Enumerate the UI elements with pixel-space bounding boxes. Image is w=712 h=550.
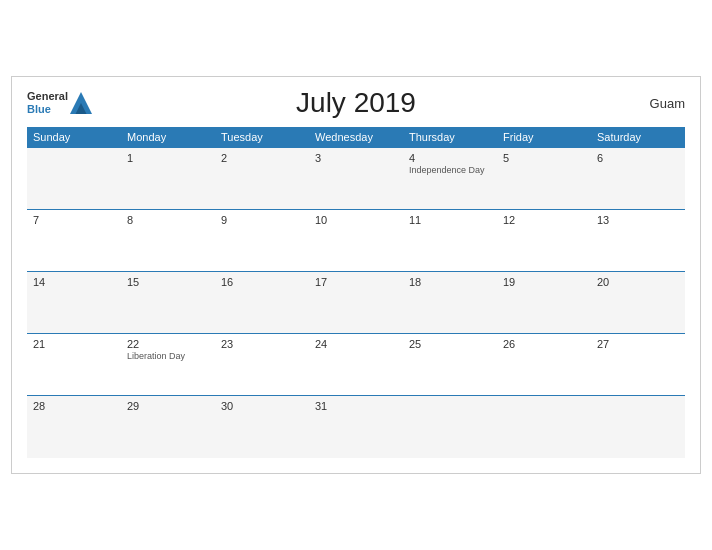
day-number: 9 [221,214,303,226]
calendar-day-cell: 13 [591,210,685,272]
day-number: 29 [127,400,209,412]
holiday-label: Liberation Day [127,351,209,361]
holiday-label: Independence Day [409,165,491,175]
day-number: 31 [315,400,397,412]
day-number: 28 [33,400,115,412]
day-number: 30 [221,400,303,412]
calendar-day-cell: 11 [403,210,497,272]
day-number: 22 [127,338,209,350]
calendar-week-row: 1234Independence Day56 [27,148,685,210]
day-number: 13 [597,214,679,226]
calendar-day-cell [591,396,685,458]
calendar-day-cell: 25 [403,334,497,396]
day-number: 20 [597,276,679,288]
calendar-day-cell: 29 [121,396,215,458]
day-number: 15 [127,276,209,288]
calendar-day-cell: 3 [309,148,403,210]
calendar-day-cell [27,148,121,210]
day-number: 17 [315,276,397,288]
header-sunday: Sunday [27,127,121,148]
day-number: 2 [221,152,303,164]
day-number: 21 [33,338,115,350]
calendar-day-cell: 21 [27,334,121,396]
calendar-day-cell: 9 [215,210,309,272]
calendar-day-cell: 1 [121,148,215,210]
calendar-week-row: 2122Liberation Day2324252627 [27,334,685,396]
calendar-day-cell: 22Liberation Day [121,334,215,396]
calendar-day-cell: 15 [121,272,215,334]
day-number: 27 [597,338,679,350]
calendar-day-cell [403,396,497,458]
day-number: 8 [127,214,209,226]
calendar-day-cell: 16 [215,272,309,334]
day-number: 24 [315,338,397,350]
calendar-day-cell [497,396,591,458]
calendar-day-cell: 6 [591,148,685,210]
day-number: 25 [409,338,491,350]
brand-logo-area: General Blue [27,90,92,116]
calendar-header: General Blue July 2019 Guam [27,87,685,119]
calendar-week-row: 28293031 [27,396,685,458]
header-thursday: Thursday [403,127,497,148]
brand-blue-text: Blue [27,103,51,115]
header-friday: Friday [497,127,591,148]
day-number: 4 [409,152,491,164]
calendar-day-cell: 27 [591,334,685,396]
calendar-day-cell: 2 [215,148,309,210]
calendar-day-cell: 20 [591,272,685,334]
region-label: Guam [650,96,685,111]
calendar-day-cell: 30 [215,396,309,458]
calendar-day-cell: 18 [403,272,497,334]
day-number: 6 [597,152,679,164]
day-number: 5 [503,152,585,164]
day-number: 14 [33,276,115,288]
calendar-day-cell: 26 [497,334,591,396]
calendar-week-row: 14151617181920 [27,272,685,334]
calendar-day-cell: 19 [497,272,591,334]
calendar-week-row: 78910111213 [27,210,685,272]
weekday-header-row: Sunday Monday Tuesday Wednesday Thursday… [27,127,685,148]
calendar-day-cell: 5 [497,148,591,210]
calendar-day-cell: 4Independence Day [403,148,497,210]
brand-general-text: General [27,90,68,102]
day-number: 10 [315,214,397,226]
calendar-day-cell: 17 [309,272,403,334]
calendar-day-cell: 12 [497,210,591,272]
day-number: 7 [33,214,115,226]
day-number: 18 [409,276,491,288]
calendar-day-cell: 14 [27,272,121,334]
day-number: 19 [503,276,585,288]
calendar: General Blue July 2019 Guam Sunday Monda… [11,76,701,474]
day-number: 3 [315,152,397,164]
calendar-day-cell: 7 [27,210,121,272]
day-number: 23 [221,338,303,350]
brand-icon [70,92,92,114]
calendar-day-cell: 31 [309,396,403,458]
header-wednesday: Wednesday [309,127,403,148]
calendar-day-cell: 28 [27,396,121,458]
calendar-day-cell: 8 [121,210,215,272]
day-number: 26 [503,338,585,350]
calendar-day-cell: 24 [309,334,403,396]
calendar-table: Sunday Monday Tuesday Wednesday Thursday… [27,127,685,458]
header-monday: Monday [121,127,215,148]
calendar-day-cell: 23 [215,334,309,396]
day-number: 12 [503,214,585,226]
calendar-day-cell: 10 [309,210,403,272]
day-number: 11 [409,214,491,226]
day-number: 1 [127,152,209,164]
header-tuesday: Tuesday [215,127,309,148]
day-number: 16 [221,276,303,288]
header-saturday: Saturday [591,127,685,148]
calendar-title: July 2019 [296,87,416,119]
